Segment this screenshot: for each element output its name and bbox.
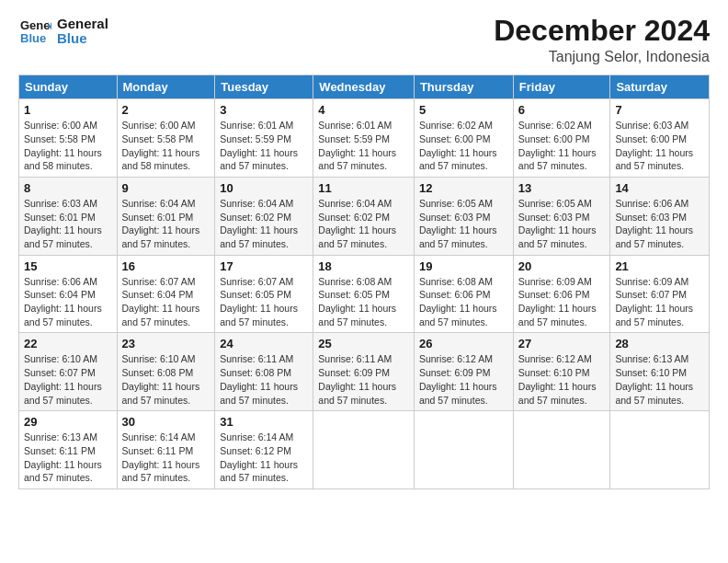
calendar-cell: 7 Sunrise: 6:03 AM Sunset: 6:00 PM Dayli… [610, 99, 710, 178]
day-info: Sunrise: 6:11 AM Sunset: 6:08 PM Dayligh… [220, 352, 308, 407]
calendar-cell: 31 Sunrise: 6:14 AM Sunset: 6:12 PM Dayl… [215, 411, 313, 489]
svg-text:Blue: Blue [20, 31, 46, 45]
calendar-cell [513, 411, 610, 489]
day-info: Sunrise: 6:10 AM Sunset: 6:08 PM Dayligh… [122, 352, 210, 407]
calendar-header-row: SundayMondayTuesdayWednesdayThursdayFrid… [19, 75, 710, 99]
day-number: 30 [122, 415, 210, 429]
calendar-cell: 20 Sunrise: 6:09 AM Sunset: 6:06 PM Dayl… [513, 255, 610, 333]
day-number: 29 [24, 415, 112, 429]
calendar-cell: 11 Sunrise: 6:04 AM Sunset: 6:02 PM Dayl… [313, 177, 415, 255]
subtitle: Tanjung Selor, Indonesia [494, 49, 710, 65]
calendar-cell: 8 Sunrise: 6:03 AM Sunset: 6:01 PM Dayli… [19, 177, 118, 255]
day-info: Sunrise: 6:12 AM Sunset: 6:09 PM Dayligh… [419, 352, 508, 407]
calendar-cell: 30 Sunrise: 6:14 AM Sunset: 6:11 PM Dayl… [117, 411, 215, 489]
day-info: Sunrise: 6:07 AM Sunset: 6:04 PM Dayligh… [122, 275, 210, 329]
calendar-cell: 26 Sunrise: 6:12 AM Sunset: 6:09 PM Dayl… [414, 333, 513, 411]
day-number: 20 [518, 259, 606, 273]
day-info: Sunrise: 6:13 AM Sunset: 6:10 PM Dayligh… [615, 352, 704, 407]
day-info: Sunrise: 6:09 AM Sunset: 6:06 PM Dayligh… [518, 275, 606, 329]
day-info: Sunrise: 6:14 AM Sunset: 6:11 PM Dayligh… [122, 431, 210, 485]
calendar-cell: 29 Sunrise: 6:13 AM Sunset: 6:11 PM Dayl… [19, 411, 118, 489]
calendar-cell: 27 Sunrise: 6:12 AM Sunset: 6:10 PM Dayl… [513, 333, 610, 411]
day-number: 28 [615, 337, 704, 350]
day-number: 7 [615, 103, 704, 117]
page: General Blue General Blue December 2024 … [0, 0, 728, 563]
calendar-cell: 2 Sunrise: 6:00 AM Sunset: 5:58 PM Dayli… [117, 99, 215, 178]
calendar-cell: 1 Sunrise: 6:00 AM Sunset: 5:58 PM Dayli… [19, 99, 118, 178]
day-number: 1 [24, 103, 112, 117]
day-info: Sunrise: 6:04 AM Sunset: 6:02 PM Dayligh… [318, 197, 409, 251]
day-of-week-header: Monday [117, 75, 215, 99]
day-info: Sunrise: 6:11 AM Sunset: 6:09 PM Dayligh… [318, 352, 409, 407]
day-number: 12 [419, 181, 508, 195]
day-number: 19 [419, 259, 508, 273]
day-info: Sunrise: 6:09 AM Sunset: 6:07 PM Dayligh… [615, 275, 704, 329]
day-number: 13 [518, 181, 606, 195]
day-number: 21 [615, 259, 704, 273]
day-info: Sunrise: 6:14 AM Sunset: 6:12 PM Dayligh… [220, 431, 308, 485]
calendar-cell: 14 Sunrise: 6:06 AM Sunset: 6:03 PM Dayl… [610, 177, 710, 255]
calendar-cell: 13 Sunrise: 6:05 AM Sunset: 6:03 PM Dayl… [513, 177, 610, 255]
logo: General Blue General Blue [18, 15, 108, 48]
day-of-week-header: Thursday [414, 75, 513, 99]
calendar-cell: 16 Sunrise: 6:07 AM Sunset: 6:04 PM Dayl… [117, 255, 215, 333]
calendar-cell: 18 Sunrise: 6:08 AM Sunset: 6:05 PM Dayl… [313, 255, 415, 333]
calendar-cell: 4 Sunrise: 6:01 AM Sunset: 5:59 PM Dayli… [313, 99, 415, 178]
calendar-cell: 25 Sunrise: 6:11 AM Sunset: 6:09 PM Dayl… [313, 333, 415, 411]
day-of-week-header: Saturday [610, 75, 710, 99]
day-number: 26 [419, 337, 508, 350]
calendar-cell [414, 411, 513, 489]
day-number: 4 [318, 103, 409, 117]
calendar-cell [313, 411, 415, 489]
day-number: 3 [220, 103, 308, 117]
calendar-week-row: 1 Sunrise: 6:00 AM Sunset: 5:58 PM Dayli… [19, 99, 710, 178]
day-info: Sunrise: 6:04 AM Sunset: 6:02 PM Dayligh… [220, 197, 308, 251]
day-of-week-header: Wednesday [313, 75, 415, 99]
day-info: Sunrise: 6:12 AM Sunset: 6:10 PM Dayligh… [518, 352, 606, 407]
day-number: 9 [122, 181, 210, 195]
calendar-table: SundayMondayTuesdayWednesdayThursdayFrid… [18, 75, 710, 489]
day-info: Sunrise: 6:01 AM Sunset: 5:59 PM Dayligh… [318, 119, 409, 173]
calendar-cell: 28 Sunrise: 6:13 AM Sunset: 6:10 PM Dayl… [610, 333, 710, 411]
day-number: 10 [220, 181, 308, 195]
day-number: 25 [318, 337, 409, 350]
day-info: Sunrise: 6:03 AM Sunset: 6:01 PM Dayligh… [24, 197, 112, 251]
logo-icon: General Blue [18, 15, 51, 48]
day-of-week-header: Sunday [19, 75, 118, 99]
calendar-week-row: 22 Sunrise: 6:10 AM Sunset: 6:07 PM Dayl… [19, 333, 710, 411]
day-number: 24 [220, 337, 308, 350]
calendar-cell: 23 Sunrise: 6:10 AM Sunset: 6:08 PM Dayl… [117, 333, 215, 411]
day-number: 6 [518, 103, 606, 117]
day-info: Sunrise: 6:06 AM Sunset: 6:03 PM Dayligh… [615, 197, 704, 251]
day-number: 17 [220, 259, 308, 273]
calendar-week-row: 15 Sunrise: 6:06 AM Sunset: 6:04 PM Dayl… [19, 255, 710, 333]
day-number: 11 [318, 181, 409, 195]
day-number: 14 [615, 181, 704, 195]
day-info: Sunrise: 6:02 AM Sunset: 6:00 PM Dayligh… [518, 119, 606, 173]
day-info: Sunrise: 6:05 AM Sunset: 6:03 PM Dayligh… [518, 197, 606, 251]
calendar-cell: 19 Sunrise: 6:08 AM Sunset: 6:06 PM Dayl… [414, 255, 513, 333]
day-number: 2 [122, 103, 210, 117]
day-number: 27 [518, 337, 606, 350]
calendar-cell: 22 Sunrise: 6:10 AM Sunset: 6:07 PM Dayl… [19, 333, 118, 411]
calendar-cell: 15 Sunrise: 6:06 AM Sunset: 6:04 PM Dayl… [19, 255, 118, 333]
day-info: Sunrise: 6:03 AM Sunset: 6:00 PM Dayligh… [615, 119, 704, 173]
calendar-cell: 21 Sunrise: 6:09 AM Sunset: 6:07 PM Dayl… [610, 255, 710, 333]
calendar-cell: 12 Sunrise: 6:05 AM Sunset: 6:03 PM Dayl… [414, 177, 513, 255]
calendar-cell: 10 Sunrise: 6:04 AM Sunset: 6:02 PM Dayl… [215, 177, 313, 255]
header: General Blue General Blue December 2024 … [18, 15, 710, 65]
day-number: 15 [24, 259, 112, 273]
day-of-week-header: Tuesday [215, 75, 313, 99]
day-info: Sunrise: 6:01 AM Sunset: 5:59 PM Dayligh… [220, 119, 308, 173]
day-info: Sunrise: 6:06 AM Sunset: 6:04 PM Dayligh… [24, 275, 112, 329]
day-of-week-header: Friday [513, 75, 610, 99]
calendar-cell: 17 Sunrise: 6:07 AM Sunset: 6:05 PM Dayl… [215, 255, 313, 333]
day-number: 23 [122, 337, 210, 350]
day-number: 5 [419, 103, 508, 117]
day-info: Sunrise: 6:08 AM Sunset: 6:05 PM Dayligh… [318, 275, 409, 329]
calendar-cell: 6 Sunrise: 6:02 AM Sunset: 6:00 PM Dayli… [513, 99, 610, 178]
calendar-cell [610, 411, 710, 489]
day-info: Sunrise: 6:10 AM Sunset: 6:07 PM Dayligh… [24, 352, 112, 407]
day-info: Sunrise: 6:05 AM Sunset: 6:03 PM Dayligh… [419, 197, 508, 251]
calendar-cell: 9 Sunrise: 6:04 AM Sunset: 6:01 PM Dayli… [117, 177, 215, 255]
